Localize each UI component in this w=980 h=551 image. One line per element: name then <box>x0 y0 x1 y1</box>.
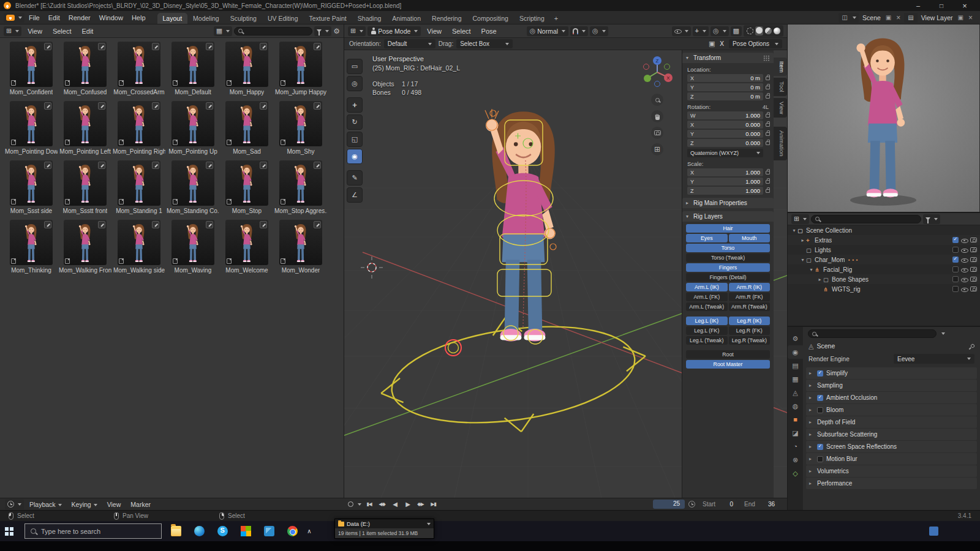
view-layer-name[interactable]: View Layer <box>920 14 954 21</box>
tool-button[interactable] <box>347 97 363 113</box>
scene-browse-button[interactable] <box>839 13 859 23</box>
hide-eye-icon[interactable] <box>961 247 968 253</box>
workspace-tab[interactable]: Scripting <box>514 13 550 24</box>
hide-eye-icon[interactable] <box>961 277 968 282</box>
rig-layer-toggle[interactable]: Leg.L (IK) <box>686 317 728 325</box>
asset-thumbnail[interactable] <box>118 160 160 206</box>
exclude-checkbox[interactable] <box>952 276 959 282</box>
transform-orientation-selector[interactable]: Normal <box>527 26 568 36</box>
rig-layer-toggle[interactable]: Leg.L (Tweak) <box>686 336 728 345</box>
render-visibility-icon[interactable] <box>970 287 977 291</box>
properties-tab[interactable] <box>788 399 803 413</box>
render-engine-dropdown[interactable]: Eevee <box>894 354 974 364</box>
rig-layer-toggle[interactable]: Hair <box>686 224 770 233</box>
render-visibility-icon[interactable] <box>970 257 977 262</box>
rotation-lock-badge[interactable]: 4L <box>763 104 769 110</box>
rig-layer-toggle[interactable]: Torso (Tweak) <box>686 253 770 262</box>
new-view-layer-icon[interactable] <box>957 14 965 21</box>
rig-layer-toggle[interactable]: Leg.R (Tweak) <box>729 336 771 345</box>
hidden-icons-chevron[interactable] <box>304 528 315 534</box>
auto-keying-toggle[interactable] <box>348 501 353 507</box>
asset-thumbnail[interactable] <box>172 42 214 87</box>
properties-search-input[interactable] <box>808 329 937 338</box>
asset-item[interactable]: Mom_Thinking <box>5 220 58 279</box>
outliner-row[interactable]: ▾ Facial_Rig <box>788 264 980 274</box>
hide-eye-icon[interactable] <box>961 257 968 263</box>
shading-material-button[interactable] <box>765 28 772 34</box>
timeline-menu[interactable]: Marker <box>126 501 155 508</box>
timeline-menu[interactable]: View <box>103 501 126 508</box>
asset-thumbnail[interactable] <box>64 101 107 146</box>
expand-icon[interactable]: ▸ <box>799 238 806 243</box>
tool-button[interactable] <box>347 76 363 91</box>
asset-thumbnail[interactable] <box>225 42 268 87</box>
lock-icon[interactable] <box>766 123 770 127</box>
remove-scene-icon[interactable] <box>895 13 902 22</box>
rotation-field[interactable]: Z0.000 <box>687 139 770 147</box>
taskbar-app-button[interactable] <box>211 521 234 541</box>
asset-item[interactable]: Mom_Pointing Down <box>5 101 58 160</box>
scale-field[interactable]: Z1.000 <box>687 187 770 195</box>
properties-options-icon[interactable] <box>941 332 945 335</box>
location-field[interactable]: Y0 m <box>687 83 770 91</box>
viewport-canvas[interactable]: User Perspective (25) Mom_RIG : DefHair_… <box>344 50 787 498</box>
zoom-icon[interactable] <box>651 94 663 106</box>
workspace-tab[interactable]: Shading <box>352 13 387 24</box>
blender-menu-button[interactable] <box>4 13 24 23</box>
rig-layer-toggle[interactable]: Arm.R (IK) <box>729 283 771 291</box>
asset-item[interactable]: Mom_Ssst side <box>5 160 58 220</box>
hide-eye-icon[interactable] <box>961 238 968 243</box>
mirror-icon[interactable] <box>709 40 715 47</box>
rig-layer-toggle[interactable]: Root Master <box>686 360 770 369</box>
rig-layer-toggle[interactable]: Arm.L (FK) <box>686 293 728 301</box>
properties-tab[interactable] <box>788 453 803 467</box>
outliner-row[interactable]: ▾ Scene Collection <box>788 225 980 235</box>
section-checkbox[interactable] <box>817 444 823 450</box>
scene-name[interactable]: Scene <box>861 14 882 21</box>
current-frame-field[interactable]: 25 <box>653 500 685 509</box>
rig-layer-toggle[interactable]: Arm.R (Tweak) <box>729 302 771 311</box>
rig-layer-toggle[interactable]: Arm.L (IK) <box>686 283 728 291</box>
outliner-item-name[interactable]: WGTS_rig <box>832 286 861 293</box>
rig-layer-toggle[interactable]: Torso <box>686 244 770 252</box>
viewport-menu[interactable]: Select <box>448 28 475 35</box>
visibility-dropdown[interactable] <box>672 26 691 36</box>
frame-end-field[interactable]: End36 <box>741 500 778 509</box>
asset-thumbnail[interactable] <box>172 220 214 265</box>
new-scene-icon[interactable] <box>884 14 892 21</box>
asset-item[interactable]: Mom_Shy <box>274 101 327 160</box>
outliner-item-name[interactable]: Bone Shapes <box>832 276 869 283</box>
topbar-menu[interactable]: Window <box>95 14 127 21</box>
taskbar-app-button[interactable] <box>164 521 187 541</box>
properties-section-header[interactable]: Screen Space Reflections <box>806 441 977 452</box>
asset-thumbnail[interactable] <box>10 220 53 265</box>
timeline-menu[interactable]: Playback <box>25 501 66 508</box>
hide-eye-icon[interactable] <box>961 267 968 272</box>
properties-section-header[interactable]: Volumetrics <box>806 465 977 477</box>
exclude-checkbox[interactable] <box>952 286 959 292</box>
taskbar-search-input[interactable]: Type here to search <box>24 523 162 539</box>
remove-view-layer-icon[interactable] <box>967 13 974 22</box>
location-field[interactable]: X0 m <box>687 74 770 82</box>
maximize-button[interactable] <box>930 0 953 11</box>
outliner-editor-selector[interactable] <box>791 214 809 224</box>
tray-app-icon[interactable] <box>929 527 938 536</box>
outliner-item-name[interactable]: Lights <box>815 247 831 253</box>
tool-button[interactable] <box>347 132 363 147</box>
asset-item[interactable]: Mom_Stop Aggres... <box>274 160 327 220</box>
properties-tab[interactable] <box>788 332 803 345</box>
properties-tab[interactable] <box>788 386 803 399</box>
lock-icon[interactable] <box>766 132 770 136</box>
outliner-row[interactable]: WGTS_rig <box>788 284 980 294</box>
xray-toggle[interactable] <box>731 26 742 36</box>
mode-selector[interactable]: Pose Mode <box>368 26 421 36</box>
chevron-down-icon[interactable] <box>427 523 431 525</box>
rig-layers-header[interactable]: Rig Layers <box>682 211 774 222</box>
lock-icon[interactable] <box>766 141 770 145</box>
rig-layer-toggle[interactable]: Mouth <box>729 234 771 242</box>
asset-item[interactable]: Mom_Pointing Left <box>59 101 111 160</box>
outliner-item-name[interactable]: Scene Collection <box>806 227 852 234</box>
timeline-editor-selector[interactable] <box>5 500 24 509</box>
exclude-checkbox[interactable] <box>952 247 959 253</box>
asset-thumbnail[interactable] <box>64 220 107 265</box>
